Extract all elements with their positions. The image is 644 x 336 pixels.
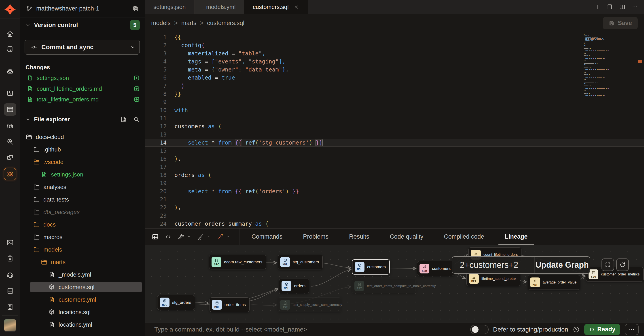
code-line-8[interactable]: 8}} xyxy=(145,90,644,98)
lineage-node-test_order_items_compute_to_bools_correctly[interactable]: TST test_order_items_compute_to_bools_co… xyxy=(352,279,416,293)
tab-customers.sql[interactable]: customers.sql xyxy=(244,0,308,14)
code-line-22[interactable]: 22), xyxy=(145,204,644,212)
code-line-20[interactable]: 20 select * from {{ ref('orders') }} xyxy=(145,187,644,195)
tab-settings.json[interactable]: settings.json xyxy=(145,0,194,14)
split-editor-icon[interactable] xyxy=(619,3,626,10)
code-line-1[interactable]: 1{{ xyxy=(145,33,644,41)
code-line-5[interactable]: 5 meta = {"owner": "data-team"}, xyxy=(145,66,644,74)
tree-item-models[interactable]: models xyxy=(20,243,145,256)
dbt-logo[interactable] xyxy=(0,0,20,19)
code-line-7[interactable]: 7 ) xyxy=(145,82,644,90)
tree-item-_models.yml[interactable]: _models.yml xyxy=(20,268,145,281)
defer-toggle[interactable] xyxy=(470,325,488,334)
tree-item-customers.yml[interactable]: customers.yml xyxy=(20,293,145,306)
code-line-24[interactable]: 24customer_orders_summary as ( xyxy=(145,220,644,228)
code-line-19[interactable]: 19 xyxy=(145,179,644,187)
panel-tab-Compiled code[interactable]: Compiled code xyxy=(434,229,494,245)
rail-ai-assistant[interactable] xyxy=(4,168,16,180)
panel-tool-ai-fix[interactable] xyxy=(217,233,231,240)
version-control-header[interactable]: Version control 5 xyxy=(20,19,145,31)
code-line-15[interactable]: 15 xyxy=(145,147,644,155)
panel-tab-Problems[interactable]: Problems xyxy=(293,229,339,245)
code-line-6[interactable]: 6 enabled = true xyxy=(145,74,644,82)
rail-inbox[interactable] xyxy=(4,65,16,77)
rail-notebook[interactable] xyxy=(4,43,16,55)
code-line-10[interactable]: 10with xyxy=(145,106,644,114)
tree-item-locations.yml[interactable]: locations.yml xyxy=(20,318,145,331)
panel-tab-Commands[interactable]: Commands xyxy=(241,229,293,245)
tree-item-.github[interactable]: .github xyxy=(20,143,145,156)
stage-add-icon[interactable] xyxy=(134,75,140,81)
tab-_models.yml[interactable]: _models.yml xyxy=(194,0,244,14)
editor-more-icon[interactable] xyxy=(632,3,638,10)
changed-file-row[interactable]: total_lifetime_orders.md xyxy=(20,94,145,105)
new-tab-icon[interactable] xyxy=(594,3,600,10)
tree-item-customers.sql[interactable]: customers.sql xyxy=(20,281,145,293)
commit-and-sync-button[interactable]: Commit and sync xyxy=(24,40,140,54)
tree-item-marts[interactable]: marts xyxy=(20,256,145,268)
search-icon[interactable] xyxy=(133,116,140,123)
panel-tool-results-table[interactable] xyxy=(152,233,159,240)
tree-item-dbt_packages[interactable]: dbt_packages xyxy=(20,206,145,218)
rail-tasks[interactable] xyxy=(4,252,16,265)
lineage-node-customers[interactable]: SEM customers xyxy=(417,261,454,276)
code-editor[interactable]: 1{{2 config(3 materialized = "table",4 t… xyxy=(145,32,644,228)
code-line-12[interactable]: 12customers as ( xyxy=(145,122,644,130)
rail-home[interactable] xyxy=(4,28,16,40)
save-button[interactable]: Save xyxy=(603,17,638,29)
code-line-23[interactable]: 23 xyxy=(145,212,644,220)
rail-dashboards[interactable] xyxy=(4,87,16,99)
panel-tab-Code quality[interactable]: Code quality xyxy=(380,229,434,245)
branch-selector[interactable]: matthewshaver-patch-1 xyxy=(20,0,145,17)
lineage-node-customer_order_metrics[interactable]: SVQ customer_order_metrics xyxy=(586,267,644,282)
status-badge[interactable]: Ready xyxy=(584,324,620,335)
tree-item-docs[interactable]: docs xyxy=(20,218,145,231)
rail-canvas[interactable] xyxy=(4,120,16,132)
rail-terminal[interactable] xyxy=(4,236,16,249)
rail-documentation[interactable] xyxy=(4,285,16,297)
tree-item-docs-cloud[interactable]: docs-cloud xyxy=(20,131,145,143)
breadcrumb-item[interactable]: customers.sql xyxy=(207,20,244,26)
tree-item-.vscode[interactable]: .vscode xyxy=(20,156,145,168)
commit-options-caret[interactable] xyxy=(126,40,140,54)
lineage-node-orders[interactable]: MDL orders xyxy=(279,279,309,293)
code-line-4[interactable]: 4 tags = ["events", "staging"], xyxy=(145,58,644,66)
rail-apps[interactable] xyxy=(4,151,16,164)
rail-explore[interactable] xyxy=(4,135,16,148)
code-line-16[interactable]: 16), xyxy=(145,155,644,163)
lineage-node-test_supply_costs_sum_correctly[interactable]: TST test_supply_costs_sum_correctly xyxy=(278,297,341,312)
code-line-9[interactable]: 9 xyxy=(145,98,644,106)
lineage-node-customers[interactable]: MDL customers xyxy=(352,259,390,275)
lineage-node-stg_customers[interactable]: MDL stg_customers xyxy=(278,255,323,270)
breadcrumb-item[interactable]: models xyxy=(151,20,170,26)
code-line-3[interactable]: 3 materialized = "table", xyxy=(145,50,644,58)
rail-organization[interactable] xyxy=(4,301,16,313)
tree-item-analyses[interactable]: analyses xyxy=(20,181,145,193)
rail-support[interactable] xyxy=(4,268,16,281)
rail-code-editor[interactable] xyxy=(4,103,16,116)
tree-item-data-tests[interactable]: data-tests xyxy=(20,193,145,206)
panel-tool-build-tools[interactable] xyxy=(178,233,192,240)
panel-tool-cleanup[interactable] xyxy=(197,233,211,240)
lineage-node-stg_orders[interactable]: MDL stg_orders xyxy=(157,295,195,310)
command-more-button[interactable] xyxy=(625,324,639,335)
stage-add-icon[interactable] xyxy=(134,86,140,92)
stage-add-icon[interactable] xyxy=(134,96,140,102)
file-explorer-header[interactable]: File explorer xyxy=(20,113,145,125)
code-line-17[interactable]: 17 xyxy=(145,163,644,171)
lineage-selector-input[interactable]: 2+customers+2 xyxy=(452,257,534,273)
command-input-placeholder[interactable]: Type a command, ex. dbt build --select <… xyxy=(154,326,307,333)
breadcrumb-item[interactable]: marts xyxy=(181,20,196,26)
tree-item-macros[interactable]: macros xyxy=(20,231,145,243)
code-line-14[interactable]: 14 select * from {{ ref('stg_customers')… xyxy=(145,139,644,147)
help-icon[interactable] xyxy=(573,326,580,333)
lineage-canvas[interactable]: SRC ecom.raw_customers MDL stg_customers… xyxy=(145,245,644,323)
tree-item-settings.json[interactable]: settings.json xyxy=(20,168,145,181)
code-line-13[interactable]: 13 xyxy=(145,131,644,139)
panel-tab-Results[interactable]: Results xyxy=(339,229,380,245)
copy-icon[interactable] xyxy=(132,5,139,12)
command-bar[interactable]: Type a command, ex. dbt build --select <… xyxy=(145,323,644,336)
new-file-icon[interactable] xyxy=(120,116,127,123)
user-avatar[interactable] xyxy=(4,319,16,332)
outline-icon[interactable] xyxy=(606,3,613,10)
